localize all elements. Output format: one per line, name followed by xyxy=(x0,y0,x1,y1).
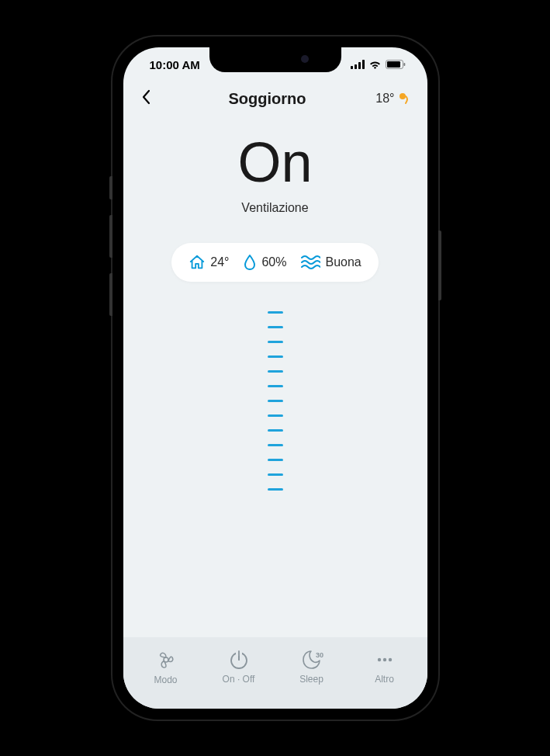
svg-point-15 xyxy=(388,658,391,661)
svg-rect-5 xyxy=(387,61,400,68)
wifi-icon xyxy=(368,60,382,69)
power-state: On xyxy=(237,134,312,190)
bottom-bar: Modo On · Off 30 Sleep Altro xyxy=(123,637,427,709)
phone-notch xyxy=(209,47,341,72)
sleep-label: Sleep xyxy=(299,674,323,685)
fan-scale[interactable] xyxy=(268,311,283,491)
svg-point-13 xyxy=(377,658,380,661)
status-icons xyxy=(351,60,406,69)
scale-tick xyxy=(268,429,283,432)
svg-rect-3 xyxy=(362,60,365,69)
info-pill: 24° 60% Buona xyxy=(171,243,379,282)
sleep-badge-text: 30 xyxy=(316,651,323,659)
waves-icon xyxy=(300,255,320,270)
scale-tick xyxy=(268,459,283,461)
moon-icon: 30 xyxy=(300,649,323,671)
phone-frame: 10:00 AM Soggiorno 18° On Ventilazione xyxy=(112,36,438,720)
scale-tick xyxy=(268,473,283,476)
sleep-button[interactable]: 30 Sleep xyxy=(281,649,343,685)
humidity-item: 60% xyxy=(243,254,286,271)
svg-rect-2 xyxy=(358,62,361,69)
scale-tick xyxy=(268,400,283,402)
onoff-button[interactable]: On · Off xyxy=(208,649,270,685)
house-icon xyxy=(189,254,206,271)
indoor-temp-value: 24° xyxy=(210,255,229,269)
scale-tick xyxy=(268,341,283,343)
battery-icon xyxy=(386,60,406,69)
scale-tick xyxy=(268,385,283,387)
modo-button[interactable]: Modo xyxy=(135,648,197,685)
air-quality-value: Buona xyxy=(325,255,361,269)
droplet-icon xyxy=(243,254,257,271)
weather-icon xyxy=(399,92,410,105)
humidity-value: 60% xyxy=(261,255,286,269)
scale-tick xyxy=(268,488,283,491)
mode-label: Ventilazione xyxy=(241,201,308,215)
signal-icon xyxy=(351,60,365,69)
air-quality-item: Buona xyxy=(300,255,361,270)
outdoor-temp-value: 18° xyxy=(375,92,394,106)
status-time: 10:00 AM xyxy=(150,58,200,71)
indoor-temp-item: 24° xyxy=(189,254,229,271)
scale-tick xyxy=(268,355,283,358)
altro-label: Altro xyxy=(375,674,394,685)
screen: 10:00 AM Soggiorno 18° On Ventilazione xyxy=(123,47,427,709)
app-header: Soggiorno 18° xyxy=(123,81,427,113)
altro-button[interactable]: Altro xyxy=(354,649,416,685)
svg-rect-1 xyxy=(355,64,357,69)
onoff-label: On · Off xyxy=(223,674,255,685)
svg-point-7 xyxy=(400,93,406,99)
main-area: On Ventilazione 24° 60% Buona xyxy=(123,113,427,637)
more-icon xyxy=(373,649,396,671)
scale-tick xyxy=(268,311,283,314)
modo-label: Modo xyxy=(154,675,177,685)
scale-tick xyxy=(268,326,283,328)
svg-point-14 xyxy=(382,658,386,661)
scale-tick xyxy=(268,370,283,373)
scale-tick xyxy=(268,414,283,417)
svg-rect-0 xyxy=(351,66,353,69)
power-icon xyxy=(228,649,250,671)
scale-tick xyxy=(268,444,283,446)
svg-rect-6 xyxy=(403,63,405,66)
fan-icon xyxy=(154,648,178,671)
back-button[interactable] xyxy=(140,89,164,108)
page-title: Soggiorno xyxy=(229,90,306,108)
outdoor-temp: 18° xyxy=(371,92,410,106)
chevron-left-icon xyxy=(140,89,151,105)
